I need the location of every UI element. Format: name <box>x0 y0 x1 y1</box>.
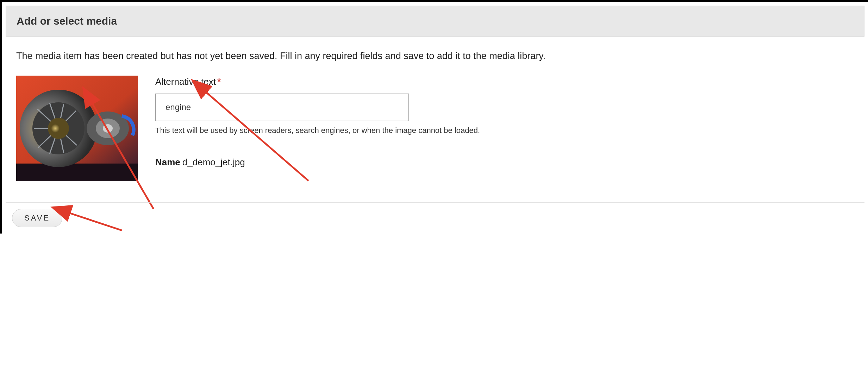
dialog-title: Add or select media <box>17 15 854 27</box>
instruction-text: The media item has been created but has … <box>16 50 854 62</box>
svg-point-13 <box>48 118 69 139</box>
alt-text-label: Alternative text* <box>155 76 854 87</box>
svg-rect-1 <box>16 164 138 181</box>
svg-point-16 <box>103 124 113 133</box>
alt-text-label-text: Alternative text <box>155 76 216 87</box>
dialog-content: The media item has been created but has … <box>6 37 864 192</box>
alt-text-input[interactable] <box>155 94 409 121</box>
svg-line-19 <box>65 212 122 230</box>
required-asterisk-icon: * <box>217 76 221 87</box>
annotation-arrow-icon <box>55 200 132 234</box>
add-media-dialog: Add or select media The media item has b… <box>0 0 868 234</box>
dialog-header: Add or select media <box>6 6 864 37</box>
dialog-footer: SAVE <box>6 202 864 234</box>
media-fields: Alternative text* This text will be used… <box>155 76 854 168</box>
alt-text-help: This text will be used by screen readers… <box>155 126 854 135</box>
media-thumbnail <box>16 76 138 181</box>
save-button[interactable]: SAVE <box>12 209 62 227</box>
name-value: d_demo_jet.jpg <box>182 157 245 167</box>
name-field-row: Named_demo_jet.jpg <box>155 157 854 168</box>
name-label: Name <box>155 157 180 167</box>
